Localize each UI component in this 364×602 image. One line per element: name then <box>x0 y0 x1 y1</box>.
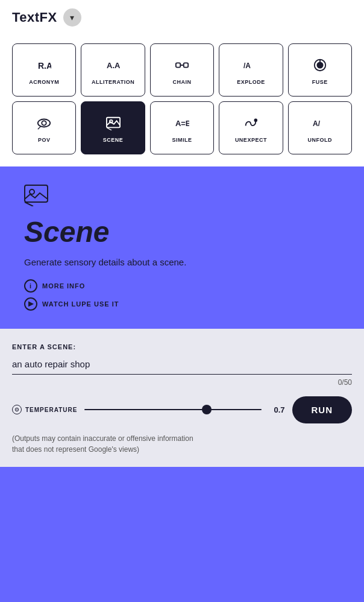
fx-card-alliteration[interactable]: A.A.ALLITERATION <box>81 43 145 97</box>
play-icon-circle: ▶ <box>24 297 37 311</box>
fx-card-acronym[interactable]: R.A.P.ACRONYM <box>12 43 76 97</box>
alliteration-label: ALLITERATION <box>92 79 134 85</box>
unfold-icon: A/ <box>313 116 327 132</box>
chain-icon <box>175 58 189 74</box>
watch-link[interactable]: ▶ WATCH LUPE USE IT <box>24 297 340 311</box>
fx-card-explode[interactable]: /AEXPLODE <box>219 43 283 97</box>
info-section: Scene Generate sensory details about a s… <box>0 166 364 329</box>
input-label: ENTER A SCENE: <box>12 343 352 350</box>
info-description: Generate sensory details about a scene. <box>24 257 340 267</box>
acronym-icon: R.A.P. <box>37 58 51 74</box>
svg-rect-18 <box>25 185 48 202</box>
dropdown-button[interactable]: ▾ <box>63 8 81 27</box>
controls-row: ⊙ TEMPERATURE 0.7 RUN <box>12 396 352 423</box>
fx-grid-section: R.A.P.ACRONYMA.A.ALLITERATIONCHAIN/AEXPL… <box>0 35 364 166</box>
fx-card-simile[interactable]: A=BSIMILE <box>150 101 214 154</box>
fx-card-unfold[interactable]: A/UNFOLD <box>288 101 352 154</box>
scene-icon <box>106 116 121 132</box>
temperature-info-icon[interactable]: ⊙ <box>12 405 22 414</box>
svg-point-16 <box>255 119 257 121</box>
more-info-link[interactable]: i MORE INFO <box>24 279 340 293</box>
char-count: 0/50 <box>12 378 352 387</box>
unfold-label: UNFOLD <box>308 137 333 143</box>
svg-point-20 <box>30 189 34 194</box>
fuse-label: FUSE <box>312 79 328 85</box>
fx-card-chain[interactable]: CHAIN <box>150 43 214 97</box>
simile-icon: A=B <box>175 116 189 132</box>
fx-card-unexpect[interactable]: UNEXPECT <box>219 101 283 154</box>
svg-rect-2 <box>176 63 180 67</box>
disclaimer: (Outputs may contain inaccurate or offen… <box>12 433 352 455</box>
acronym-label: ACRONYM <box>29 79 59 85</box>
info-title: Scene <box>24 217 340 249</box>
svg-line-19 <box>25 202 33 206</box>
info-icon-circle: i <box>24 279 37 293</box>
scene-input[interactable] <box>12 356 352 375</box>
svg-point-7 <box>317 62 322 68</box>
fx-card-fuse[interactable]: FUSE <box>288 43 352 97</box>
svg-text:A/: A/ <box>313 119 321 127</box>
pov-label: POV <box>38 137 51 143</box>
simile-label: SIMILE <box>172 137 192 143</box>
temperature-group: ⊙ TEMPERATURE <box>12 405 77 414</box>
temperature-slider[interactable] <box>84 409 262 410</box>
fx-card-pov[interactable]: POV <box>12 101 76 154</box>
slider-container <box>84 409 262 410</box>
svg-text:A.A.: A.A. <box>107 61 121 70</box>
header: TextFX ▾ <box>0 0 364 35</box>
scene-label: SCENE <box>103 137 124 143</box>
scene-icon <box>24 185 340 211</box>
run-button[interactable]: RUN <box>292 396 353 423</box>
fuse-icon <box>313 58 327 74</box>
fx-card-scene[interactable]: SCENE <box>81 101 145 154</box>
input-section: ENTER A SCENE: 0/50 ⊙ TEMPERATURE 0.7 RU… <box>0 329 364 467</box>
svg-text:/A: /A <box>243 61 251 69</box>
chain-label: CHAIN <box>172 79 191 85</box>
more-info-label: MORE INFO <box>42 282 85 290</box>
temperature-value: 0.7 <box>274 405 284 414</box>
svg-text:A=B: A=B <box>175 118 189 127</box>
pov-icon <box>37 116 51 132</box>
explode-icon: /A <box>243 58 258 74</box>
svg-point-9 <box>42 121 46 125</box>
svg-text:R.A.P.: R.A.P. <box>38 61 51 71</box>
info-links: i MORE INFO ▶ WATCH LUPE USE IT <box>24 279 340 311</box>
svg-rect-3 <box>184 63 188 67</box>
unexpect-label: UNEXPECT <box>235 137 267 143</box>
explode-label: EXPLODE <box>237 79 265 85</box>
alliteration-icon: A.A. <box>106 58 121 74</box>
unexpect-icon <box>243 116 258 132</box>
watch-label: WATCH LUPE USE IT <box>42 300 119 308</box>
fx-grid: R.A.P.ACRONYMA.A.ALLITERATIONCHAIN/AEXPL… <box>12 43 352 154</box>
temperature-label: TEMPERATURE <box>25 407 77 413</box>
app-title: TextFX <box>12 10 57 25</box>
